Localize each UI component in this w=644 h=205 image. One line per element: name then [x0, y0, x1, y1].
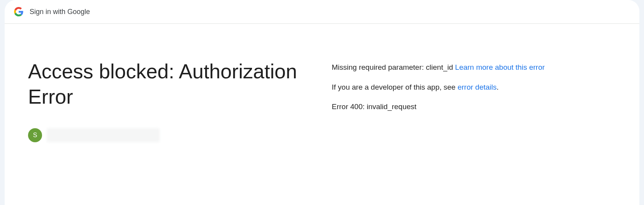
- learn-more-link[interactable]: Learn more about this error: [455, 63, 545, 71]
- right-column: Missing required parameter: client_id Le…: [332, 59, 616, 142]
- developer-hint-before: If you are a developer of this app, see: [332, 83, 457, 91]
- google-logo-icon: [14, 7, 23, 16]
- header-title: Sign in with Google: [30, 8, 90, 16]
- developer-hint: If you are a developer of this app, see …: [332, 82, 616, 93]
- auth-error-card: Sign in with Google Access blocked: Auth…: [5, 0, 639, 205]
- account-email-redacted: [47, 128, 160, 142]
- page-title: Access blocked: Authorization Error: [28, 59, 308, 110]
- content-area: Access blocked: Authorization Error S Mi…: [5, 24, 639, 158]
- header: Sign in with Google: [5, 0, 639, 24]
- error-missing-param: Missing required parameter: client_id Le…: [332, 62, 616, 73]
- error-details-link[interactable]: error details: [457, 83, 496, 91]
- error-code: Error 400: invalid_request: [332, 101, 616, 113]
- developer-hint-after: .: [497, 83, 499, 91]
- avatar: S: [28, 128, 42, 142]
- error-missing-param-text: Missing required parameter: client_id: [332, 63, 455, 71]
- account-row: S: [28, 128, 308, 142]
- left-column: Access blocked: Authorization Error S: [28, 59, 308, 142]
